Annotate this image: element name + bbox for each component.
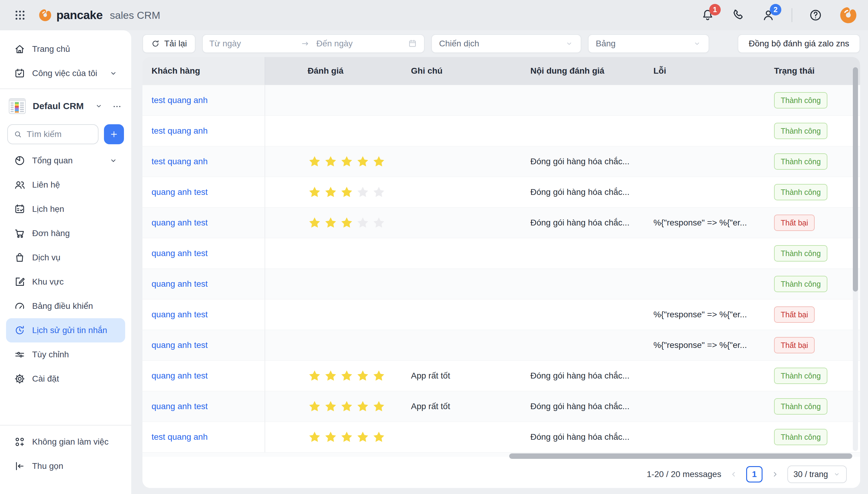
table-row: quang anh testĐóng gói hàng hóa chắc...%… [142, 207, 860, 238]
sidebar-item-my-work[interactable]: Công việc của tôi [0, 61, 131, 86]
reload-button[interactable]: Tải lại [142, 34, 195, 53]
horizontal-scrollbar-thumb[interactable] [509, 453, 852, 459]
prev-page-icon[interactable] [729, 470, 738, 479]
review-content-cell [518, 300, 645, 330]
customer-link[interactable]: test quang anh [152, 157, 208, 166]
customer-link[interactable]: quang anh test [152, 402, 208, 411]
status-cell: Thành công [764, 85, 860, 115]
app-grid-button[interactable] [13, 8, 27, 22]
rating-cell [265, 269, 400, 299]
sidebar-item-message-history[interactable]: Lịch sử gửi tin nhắn [6, 318, 125, 342]
sidebar-item-settings[interactable]: Cài đặt [0, 367, 131, 391]
sidebar-item-label: Trang chủ [32, 44, 70, 54]
date-to-field[interactable]: Đến ngày [310, 39, 408, 49]
add-button[interactable] [104, 124, 124, 144]
star-icon [356, 216, 370, 230]
star-icon [308, 155, 322, 169]
gauge-icon [14, 300, 25, 312]
sidebar-item-collapse[interactable]: Thu gọn [0, 454, 131, 478]
sidebar-item-contacts[interactable]: Liên hệ [0, 173, 131, 197]
sidebar-item-home[interactable]: Trang chủ [0, 37, 131, 61]
workspace-icon [14, 436, 25, 448]
sidebar-item-customize[interactable]: Tùy chỉnh [0, 342, 131, 367]
bag-icon [14, 252, 25, 263]
notifications-button[interactable]: 1 [701, 8, 715, 22]
review-content-cell: Đóng gói hàng hóa chắc... [518, 177, 645, 207]
customer-link[interactable]: quang anh test [152, 187, 208, 197]
star-icon [356, 399, 370, 413]
status-badge: Thất bại [774, 337, 815, 354]
star-icon [340, 216, 354, 230]
note-cell [400, 330, 518, 360]
calls-button[interactable] [731, 8, 745, 22]
customer-link[interactable]: quang anh test [152, 310, 208, 319]
table-body: test quang anhThành côngtest quang anhTh… [142, 85, 860, 452]
search-input[interactable] [26, 129, 93, 139]
customer-cell: test quang anh [142, 85, 265, 115]
star-icon [340, 155, 354, 169]
question-icon [809, 8, 823, 22]
table-row: test quang anhĐóng gói hàng hóa chắc...T… [142, 422, 860, 452]
rating-cell [265, 361, 400, 391]
refresh-icon [151, 39, 160, 48]
star-icon [324, 216, 337, 230]
chevron-down-icon [833, 470, 841, 478]
star-icon [308, 185, 322, 199]
calendar-check-icon [14, 68, 25, 79]
pie-icon [14, 155, 25, 166]
rating-cell [265, 116, 400, 146]
customer-link[interactable]: quang anh test [152, 340, 208, 350]
customer-cell: test quang anh [142, 116, 265, 146]
customer-link[interactable]: quang anh test [152, 248, 208, 258]
sync-zalo-zns-button[interactable]: Đồng bộ đánh giá zalo zns [738, 34, 860, 53]
sidebar-item-appointments[interactable]: Lịch hẹn [0, 197, 131, 221]
sidebar-item-services[interactable]: Dịch vụ [0, 246, 131, 270]
more-options-icon[interactable] [112, 101, 122, 111]
date-range-picker[interactable]: Từ ngày Đến ngày [202, 34, 425, 53]
customer-link[interactable]: test quang anh [152, 432, 208, 442]
status-cell: Thành công [764, 361, 860, 391]
sidebar-item-workspace[interactable]: Không gian làm việc [0, 430, 131, 454]
sidebar-item-dashboard[interactable]: Bảng điều khiển [0, 294, 131, 318]
help-button[interactable] [809, 8, 823, 22]
star-icon [372, 216, 386, 230]
sidebar-search[interactable] [7, 124, 98, 144]
next-page-icon[interactable] [770, 470, 779, 479]
status-cell: Thành công [764, 116, 860, 146]
table-row: quang anh testĐóng gói hàng hóa chắc...T… [142, 177, 860, 207]
sidebar-item-label: Đơn hàng [32, 229, 70, 238]
workspace-selector[interactable]: Defaul CRM [0, 93, 131, 119]
review-content-cell [518, 116, 645, 146]
current-page-button[interactable]: 1 [746, 466, 763, 482]
customer-link[interactable]: quang anh test [152, 371, 208, 381]
customer-cell: test quang anh [142, 146, 265, 177]
star-icon [372, 155, 386, 169]
date-from-field[interactable]: Từ ngày [209, 39, 301, 49]
pagination-summary: 1-20 / 20 messages [647, 470, 721, 479]
star-icon [372, 430, 386, 444]
sidebar-item-overview[interactable]: Tổng quan [0, 149, 131, 173]
review-content-cell: Đóng gói hàng hóa chắc... [518, 361, 645, 391]
status-cell: Thành công [764, 269, 860, 299]
customer-link[interactable]: test quang anh [152, 126, 208, 136]
sidebar-item-orders[interactable]: Đơn hàng [0, 221, 131, 246]
error-cell: %{"response" => %{"er... [645, 300, 764, 330]
column-header: Khách hàng [142, 57, 265, 85]
campaign-select[interactable]: Chiến dịch [431, 34, 581, 53]
customer-link[interactable]: quang anh test [152, 279, 208, 289]
toolbar: Tải lại Từ ngày Đến ngày Chiến dịch Bảng… [142, 30, 860, 57]
customer-link[interactable]: quang anh test [152, 218, 208, 228]
error-cell [645, 238, 764, 268]
sidebar-item-areas[interactable]: Khu vực [0, 270, 131, 294]
table-select[interactable]: Bảng [588, 34, 709, 53]
page-size-select[interactable]: 30 / trang [787, 466, 847, 483]
rating-cell [265, 208, 400, 238]
sidebar: Trang chủCông việc của tôi Defaul CRM Tổ… [0, 30, 131, 494]
status-cell: Thành công [764, 238, 860, 268]
account-avatar[interactable] [839, 6, 858, 24]
customer-link[interactable]: test quang anh [152, 95, 208, 105]
vertical-scrollbar-thumb[interactable] [853, 67, 858, 291]
contacts-button[interactable]: 2 [761, 8, 775, 22]
error-cell [645, 177, 764, 207]
status-badge: Thành công [774, 398, 827, 415]
